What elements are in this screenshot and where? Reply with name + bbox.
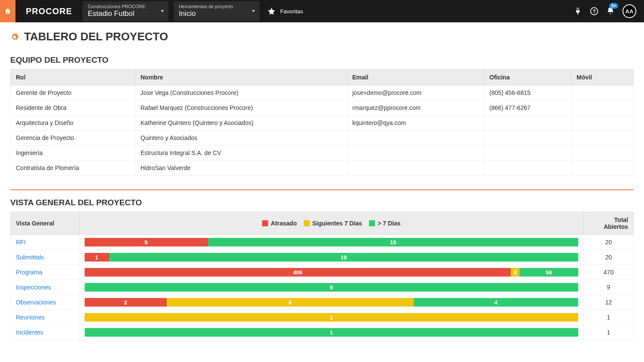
overview-link[interactable]: Programa bbox=[16, 269, 42, 276]
project-selector-value: Estadio Futbol bbox=[88, 9, 153, 18]
team-col-nombre: Nombre bbox=[135, 70, 347, 85]
cell-movil bbox=[571, 131, 634, 146]
cell-email bbox=[347, 161, 484, 176]
bar-segment-overdue[interactable]: 1 bbox=[85, 253, 109, 262]
legend-label-next7: Siguientes 7 Días bbox=[312, 220, 362, 227]
legend-swatch-gt7 bbox=[369, 220, 375, 226]
table-row: Gerencia de ProyectoQuintero y Asociados bbox=[11, 131, 634, 146]
cell-nombre: Katherine Quintero (Quintero y Asociados… bbox=[135, 116, 347, 131]
home-icon bbox=[4, 7, 12, 15]
bar-segment-next7[interactable]: 1 bbox=[85, 313, 579, 322]
favorites-group: Favoritas bbox=[267, 7, 303, 15]
overview-link[interactable]: Incidentes bbox=[16, 329, 43, 336]
team-col-rol: Rol bbox=[11, 70, 135, 85]
bar-cell: 1 bbox=[79, 310, 584, 325]
bar-segment-gt7[interactable]: 15 bbox=[208, 238, 578, 246]
bar-cell: 264 bbox=[79, 295, 584, 310]
bar-segment-gt7[interactable]: 19 bbox=[109, 253, 578, 262]
bar-cell: 1 bbox=[79, 325, 584, 340]
overview-link[interactable]: Observaciones bbox=[16, 299, 56, 306]
table-row: Gerente de ProyectoJose Vega (Construcci… bbox=[11, 85, 634, 100]
cell-email: kquintero@qya.com bbox=[347, 116, 484, 131]
bar-segment-overdue[interactable]: 406 bbox=[85, 268, 511, 277]
table-row: IngenieríaEstructura Integral S.A. de CV bbox=[11, 146, 634, 161]
total-cell: 20 bbox=[584, 250, 634, 265]
notifications-button[interactable]: 3+ bbox=[606, 6, 615, 16]
notification-badge: 3+ bbox=[609, 3, 618, 9]
star-icon[interactable] bbox=[267, 7, 276, 15]
overview-table: Vista General Atrasado Siguientes 7 Días… bbox=[10, 212, 634, 340]
cell-nombre: Quintero y Asociados bbox=[135, 131, 347, 146]
help-icon[interactable]: ? bbox=[590, 7, 598, 15]
cell-nombre: Jose Vega (Construcciones Procore) bbox=[135, 85, 347, 100]
overview-col-total: Total Abiertos bbox=[584, 212, 634, 235]
gear-icon[interactable] bbox=[10, 33, 19, 41]
team-section-title: EQUIPO DEL PROYECTO bbox=[10, 55, 634, 65]
bar-segment-next7[interactable]: 6 bbox=[167, 298, 414, 307]
cell-email: jose+demo@procore.com bbox=[347, 85, 484, 100]
cell-oficina bbox=[484, 116, 571, 131]
section-divider bbox=[10, 189, 634, 190]
tool-selector-value: Inicio bbox=[179, 9, 244, 18]
project-selector[interactable]: Construcciones PROCORE Estadio Futbol bbox=[82, 1, 168, 21]
bar-segment-overdue[interactable]: 2 bbox=[85, 298, 167, 307]
cell-nombre: HidroSan Valverde bbox=[135, 161, 347, 176]
cell-movil bbox=[571, 146, 634, 161]
stacked-bar: 119 bbox=[85, 253, 579, 262]
cell-email: rmarquez@pprocore.com bbox=[347, 100, 484, 116]
overview-link[interactable]: Reuniones bbox=[16, 314, 45, 321]
home-button[interactable] bbox=[0, 0, 15, 22]
bar-cell: 515 bbox=[79, 235, 584, 250]
cell-movil bbox=[571, 85, 634, 100]
total-cell: 20 bbox=[584, 235, 634, 250]
cell-movil bbox=[571, 161, 634, 176]
chevron-down-icon bbox=[161, 10, 164, 12]
cell-movil bbox=[571, 100, 634, 116]
stacked-bar: 515 bbox=[85, 238, 579, 246]
page-title: TABLERO DEL PROYECTO bbox=[24, 30, 168, 43]
cell-oficina bbox=[484, 146, 571, 161]
bar-segment-overdue[interactable]: 5 bbox=[85, 238, 208, 246]
avatar[interactable]: AA bbox=[623, 4, 636, 18]
bar-segment-gt7[interactable]: 4 bbox=[414, 298, 578, 307]
table-row: Incidentes11 bbox=[11, 325, 634, 340]
cell-email bbox=[347, 146, 484, 161]
tool-selector[interactable]: Herramientas de proyecto Inicio bbox=[174, 1, 259, 21]
bar-segment-gt7[interactable]: 56 bbox=[519, 268, 578, 277]
overview-link[interactable]: RFI bbox=[16, 239, 26, 246]
bar-segment-gt7[interactable]: 9 bbox=[85, 283, 579, 292]
logo: PROCORE bbox=[15, 6, 82, 16]
table-row: Arquitectura y DiseñoKatherine Quintero … bbox=[11, 116, 634, 131]
cell-nombre: Estructura Integral S.A. de CV bbox=[135, 146, 347, 161]
stacked-bar: 1 bbox=[85, 313, 579, 322]
team-col-email: Email bbox=[347, 70, 484, 85]
cell-movil bbox=[571, 116, 634, 131]
bar-segment-gt7[interactable]: 1 bbox=[85, 328, 579, 337]
cell-rol: Arquitectura y Diseño bbox=[11, 116, 135, 131]
total-cell: 9 bbox=[584, 280, 634, 295]
table-row: Submittals11920 bbox=[11, 250, 634, 265]
cell-rol: Contratista de Plomería bbox=[11, 161, 135, 176]
overview-section-title: VISTA GENERAL DEL PROYECTO bbox=[10, 198, 634, 207]
topbar-icons: ? 3+ AA bbox=[574, 4, 644, 18]
svg-text:?: ? bbox=[592, 8, 595, 14]
bar-cell: 119 bbox=[79, 250, 584, 265]
overview-col-label: Vista General bbox=[11, 212, 79, 235]
legend-swatch-overdue bbox=[262, 220, 268, 226]
table-row: Reuniones11 bbox=[11, 310, 634, 325]
cell-oficina bbox=[484, 161, 571, 176]
cell-nombre: Rafael Marquez (Construcciones Procore) bbox=[135, 100, 347, 116]
overview-link[interactable]: Inspecciones bbox=[16, 284, 51, 291]
legend-label-overdue: Atrasado bbox=[271, 220, 297, 227]
cell-rol: Gerente de Proyecto bbox=[11, 85, 135, 100]
overview-link[interactable]: Submittals bbox=[16, 254, 44, 261]
total-cell: 12 bbox=[584, 295, 634, 310]
cell-rol: Gerencia de Proyecto bbox=[11, 131, 135, 146]
plug-icon[interactable] bbox=[574, 7, 582, 15]
chevron-down-icon bbox=[252, 10, 255, 12]
cell-rol: Residente de Obra bbox=[11, 100, 135, 116]
cell-oficina bbox=[484, 131, 571, 146]
bar-segment-next7[interactable]: 8 bbox=[511, 268, 519, 277]
bar-cell: 9 bbox=[79, 280, 584, 295]
table-row: Programa406856470 bbox=[11, 265, 634, 280]
